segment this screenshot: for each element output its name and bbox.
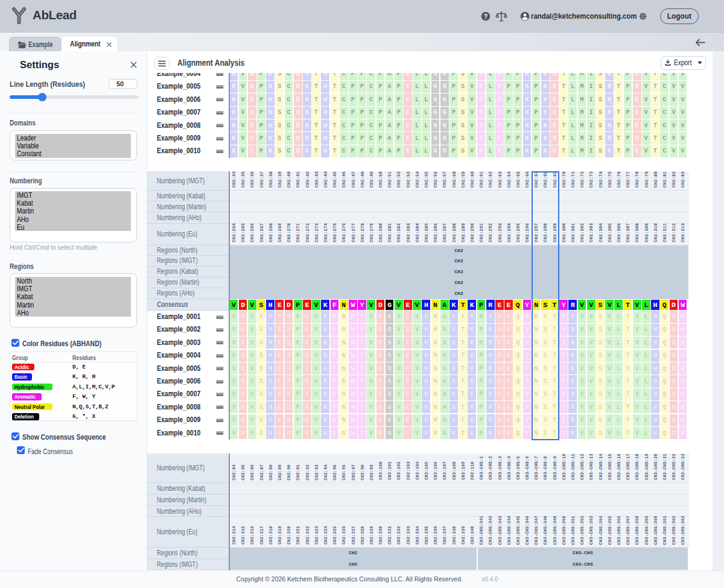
svg-text:?: ? xyxy=(484,13,487,20)
